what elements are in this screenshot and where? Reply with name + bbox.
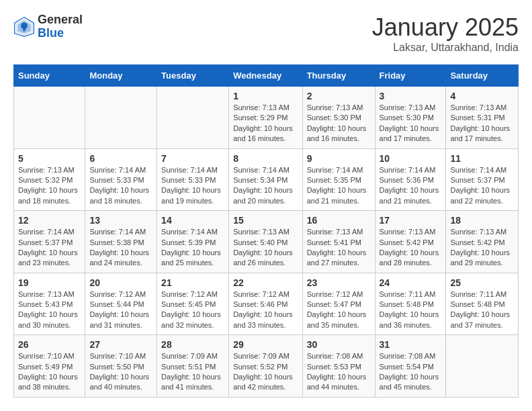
- day-cell: 3Sunrise: 7:13 AM Sunset: 5:30 PM Daylig…: [375, 87, 446, 149]
- week-row-3: 12Sunrise: 7:14 AM Sunset: 5:37 PM Dayli…: [14, 211, 519, 273]
- day-number: 2: [307, 91, 371, 101]
- day-cell: 28Sunrise: 7:09 AM Sunset: 5:51 PM Dayli…: [157, 335, 229, 398]
- day-cell: 18Sunrise: 7:13 AM Sunset: 5:42 PM Dayli…: [446, 211, 519, 273]
- week-row-4: 19Sunrise: 7:13 AM Sunset: 5:43 PM Dayli…: [14, 273, 519, 335]
- day-number: 9: [307, 153, 371, 164]
- day-number: 16: [307, 215, 371, 226]
- day-info: Sunrise: 7:13 AM Sunset: 5:31 PM Dayligh…: [450, 103, 514, 144]
- day-info: Sunrise: 7:13 AM Sunset: 5:40 PM Dayligh…: [233, 227, 298, 269]
- week-row-5: 26Sunrise: 7:10 AM Sunset: 5:49 PM Dayli…: [14, 335, 519, 398]
- logo-blue: Blue: [38, 27, 83, 40]
- day-number: 4: [450, 91, 514, 101]
- day-number: 10: [380, 153, 442, 164]
- day-info: Sunrise: 7:13 AM Sunset: 5:41 PM Dayligh…: [307, 227, 371, 269]
- day-info: Sunrise: 7:14 AM Sunset: 5:33 PM Dayligh…: [89, 165, 152, 207]
- week-row-2: 5Sunrise: 7:13 AM Sunset: 5:32 PM Daylig…: [14, 148, 519, 211]
- weekday-header-row: SundayMondayTuesdayWednesdayThursdayFrid…: [14, 65, 519, 87]
- day-cell: [85, 87, 157, 149]
- day-info: Sunrise: 7:14 AM Sunset: 5:33 PM Dayligh…: [161, 165, 224, 207]
- day-info: Sunrise: 7:14 AM Sunset: 5:38 PM Dayligh…: [89, 227, 152, 269]
- day-number: 5: [18, 153, 81, 164]
- weekday-header-saturday: Saturday: [446, 65, 519, 87]
- day-number: 11: [450, 153, 514, 164]
- title-block: January 2025 Laksar, Uttarakhand, India: [372, 13, 519, 54]
- day-cell: 19Sunrise: 7:13 AM Sunset: 5:43 PM Dayli…: [14, 273, 85, 335]
- calendar: SundayMondayTuesdayWednesdayThursdayFrid…: [13, 64, 519, 398]
- day-cell: 31Sunrise: 7:08 AM Sunset: 5:54 PM Dayli…: [375, 335, 446, 398]
- day-cell: 15Sunrise: 7:13 AM Sunset: 5:40 PM Dayli…: [229, 211, 303, 273]
- day-number: 13: [89, 215, 152, 226]
- day-number: 17: [380, 215, 442, 226]
- weekday-header-friday: Friday: [375, 65, 446, 87]
- day-number: 20: [89, 277, 152, 288]
- day-number: 15: [233, 215, 298, 226]
- day-number: 30: [307, 339, 371, 350]
- day-number: 21: [161, 277, 224, 288]
- day-number: 3: [380, 91, 442, 101]
- weekday-header-wednesday: Wednesday: [229, 65, 303, 87]
- day-number: 6: [89, 153, 152, 164]
- month-title: January 2025: [372, 13, 519, 42]
- day-cell: 11Sunrise: 7:14 AM Sunset: 5:37 PM Dayli…: [446, 148, 519, 211]
- day-cell: [446, 335, 519, 398]
- day-number: 14: [161, 215, 224, 226]
- day-cell: 8Sunrise: 7:14 AM Sunset: 5:34 PM Daylig…: [229, 148, 303, 211]
- day-info: Sunrise: 7:14 AM Sunset: 5:37 PM Dayligh…: [450, 165, 514, 207]
- day-cell: 13Sunrise: 7:14 AM Sunset: 5:38 PM Dayli…: [85, 211, 157, 273]
- day-info: Sunrise: 7:12 AM Sunset: 5:45 PM Dayligh…: [161, 289, 224, 331]
- day-info: Sunrise: 7:10 AM Sunset: 5:49 PM Dayligh…: [18, 351, 81, 393]
- day-info: Sunrise: 7:11 AM Sunset: 5:48 PM Dayligh…: [450, 289, 514, 331]
- day-cell: 7Sunrise: 7:14 AM Sunset: 5:33 PM Daylig…: [157, 148, 229, 211]
- day-cell: 6Sunrise: 7:14 AM Sunset: 5:33 PM Daylig…: [85, 148, 157, 211]
- logo-text: General Blue: [38, 13, 83, 40]
- day-cell: 26Sunrise: 7:10 AM Sunset: 5:49 PM Dayli…: [14, 335, 85, 398]
- day-number: 8: [233, 153, 298, 164]
- day-info: Sunrise: 7:13 AM Sunset: 5:43 PM Dayligh…: [18, 289, 81, 331]
- day-info: Sunrise: 7:12 AM Sunset: 5:44 PM Dayligh…: [89, 289, 152, 331]
- day-number: 12: [18, 215, 81, 226]
- day-info: Sunrise: 7:14 AM Sunset: 5:35 PM Dayligh…: [307, 165, 371, 207]
- day-number: 31: [380, 339, 442, 350]
- day-number: 25: [450, 277, 514, 288]
- day-cell: 22Sunrise: 7:12 AM Sunset: 5:46 PM Dayli…: [229, 273, 303, 335]
- day-number: 18: [450, 215, 514, 226]
- day-cell: 1Sunrise: 7:13 AM Sunset: 5:29 PM Daylig…: [229, 87, 303, 149]
- day-cell: 25Sunrise: 7:11 AM Sunset: 5:48 PM Dayli…: [446, 273, 519, 335]
- day-cell: 12Sunrise: 7:14 AM Sunset: 5:37 PM Dayli…: [14, 211, 85, 273]
- day-number: 24: [380, 277, 442, 288]
- day-cell: 29Sunrise: 7:09 AM Sunset: 5:52 PM Dayli…: [229, 335, 303, 398]
- day-info: Sunrise: 7:13 AM Sunset: 5:29 PM Dayligh…: [233, 103, 298, 144]
- day-info: Sunrise: 7:14 AM Sunset: 5:34 PM Dayligh…: [233, 165, 298, 207]
- day-cell: 10Sunrise: 7:14 AM Sunset: 5:36 PM Dayli…: [375, 148, 446, 211]
- day-info: Sunrise: 7:10 AM Sunset: 5:50 PM Dayligh…: [89, 351, 152, 393]
- logo: General Blue: [13, 13, 83, 40]
- day-number: 29: [233, 339, 298, 350]
- day-info: Sunrise: 7:13 AM Sunset: 5:42 PM Dayligh…: [450, 227, 514, 269]
- day-number: 28: [161, 339, 224, 350]
- day-cell: 27Sunrise: 7:10 AM Sunset: 5:50 PM Dayli…: [85, 335, 157, 398]
- day-cell: 2Sunrise: 7:13 AM Sunset: 5:30 PM Daylig…: [302, 87, 375, 149]
- day-cell: 9Sunrise: 7:14 AM Sunset: 5:35 PM Daylig…: [302, 148, 375, 211]
- day-cell: [157, 87, 229, 149]
- day-cell: 14Sunrise: 7:14 AM Sunset: 5:39 PM Dayli…: [157, 211, 229, 273]
- day-info: Sunrise: 7:14 AM Sunset: 5:36 PM Dayligh…: [380, 165, 442, 207]
- day-cell: 16Sunrise: 7:13 AM Sunset: 5:41 PM Dayli…: [302, 211, 375, 273]
- weekday-header-monday: Monday: [85, 65, 157, 87]
- day-number: 1: [233, 91, 298, 101]
- week-row-1: 1Sunrise: 7:13 AM Sunset: 5:29 PM Daylig…: [14, 87, 519, 149]
- day-info: Sunrise: 7:11 AM Sunset: 5:48 PM Dayligh…: [380, 289, 442, 331]
- day-info: Sunrise: 7:13 AM Sunset: 5:30 PM Dayligh…: [307, 103, 371, 144]
- location: Laksar, Uttarakhand, India: [372, 42, 519, 54]
- day-info: Sunrise: 7:13 AM Sunset: 5:32 PM Dayligh…: [18, 165, 81, 207]
- day-number: 19: [18, 277, 81, 288]
- day-cell: 21Sunrise: 7:12 AM Sunset: 5:45 PM Dayli…: [157, 273, 229, 335]
- day-cell: 30Sunrise: 7:08 AM Sunset: 5:53 PM Dayli…: [302, 335, 375, 398]
- logo-icon: [13, 16, 35, 38]
- day-info: Sunrise: 7:08 AM Sunset: 5:53 PM Dayligh…: [307, 351, 371, 393]
- day-cell: 23Sunrise: 7:12 AM Sunset: 5:47 PM Dayli…: [302, 273, 375, 335]
- day-number: 27: [89, 339, 152, 350]
- page-header: General Blue January 2025 Laksar, Uttara…: [13, 13, 519, 54]
- day-number: 22: [233, 277, 298, 288]
- day-info: Sunrise: 7:12 AM Sunset: 5:47 PM Dayligh…: [307, 289, 371, 331]
- weekday-header-thursday: Thursday: [302, 65, 375, 87]
